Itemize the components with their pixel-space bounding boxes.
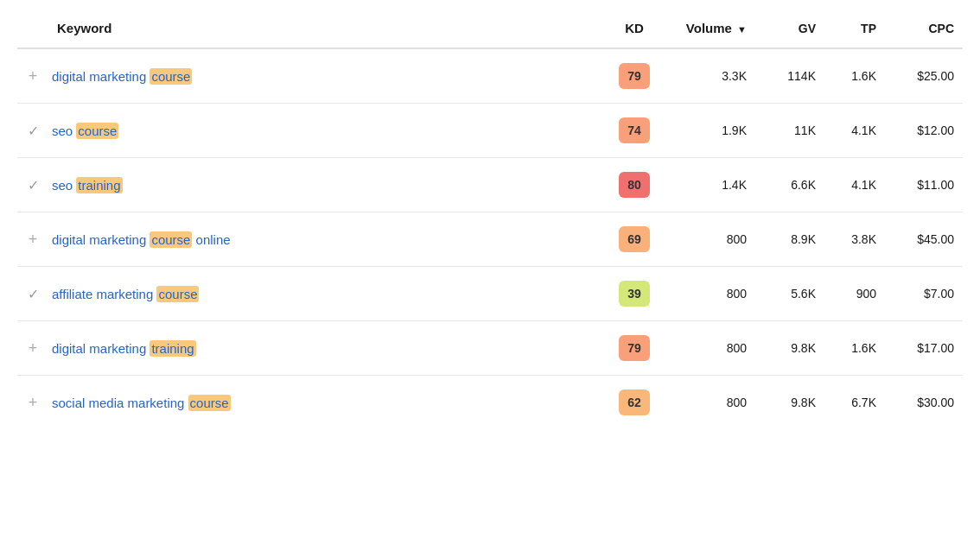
volume-cell: 800	[669, 212, 755, 267]
gv-cell: 9.8K	[755, 376, 824, 430]
col-header-keyword: Keyword	[48, 9, 600, 48]
table-row: +digital marketing course online698008.9…	[17, 212, 963, 267]
kd-badge: 39	[619, 281, 650, 307]
kd-cell: 79	[600, 48, 669, 104]
keyword-link[interactable]: digital marketing course online	[52, 231, 231, 248]
keyword-link[interactable]: digital marketing training	[52, 340, 196, 357]
gv-cell: 114K	[755, 48, 824, 104]
keyword-link[interactable]: seo course	[52, 123, 118, 139]
cpc-cell: $12.00	[885, 104, 963, 158]
table-row: ✓affiliate marketing course398005.6K900$…	[17, 267, 963, 321]
col-header-tp[interactable]: TP	[824, 9, 885, 48]
tp-cell: 1.6K	[824, 48, 885, 104]
volume-cell: 800	[669, 376, 755, 430]
gv-cell: 9.8K	[755, 321, 824, 376]
keyword-highlight: course	[156, 286, 199, 302]
col-header-cpc[interactable]: CPC	[885, 9, 963, 48]
plus-icon-cell[interactable]: +	[17, 48, 48, 104]
plus-icon: +	[29, 231, 38, 248]
kd-cell: 69	[600, 212, 669, 267]
cpc-cell: $30.00	[885, 376, 963, 430]
kd-badge: 79	[619, 63, 650, 89]
cpc-cell: $7.00	[885, 267, 963, 321]
gv-cell: 6.6K	[755, 158, 824, 212]
tp-cell: 6.7K	[824, 376, 885, 430]
keyword-cell: social media marketing course	[48, 376, 600, 430]
kd-badge: 74	[619, 117, 650, 143]
keyword-cell: digital marketing training	[48, 321, 600, 376]
kd-badge: 79	[619, 335, 650, 361]
keyword-link[interactable]: digital marketing course	[52, 68, 192, 85]
kd-cell: 74	[600, 104, 669, 158]
keyword-cell: digital marketing course	[48, 48, 600, 104]
sort-desc-icon: ▼	[737, 24, 747, 35]
volume-cell: 1.9K	[669, 104, 755, 158]
keyword-table-container: Keyword KD Volume ▼ GV TP CPC +digital m…	[0, 0, 980, 438]
plus-icon-cell[interactable]: +	[17, 321, 48, 376]
check-icon: ✓	[28, 287, 39, 301]
kd-badge: 69	[619, 226, 650, 252]
col-header-kd[interactable]: KD	[600, 9, 669, 48]
cpc-cell: $25.00	[885, 48, 963, 104]
keyword-table: Keyword KD Volume ▼ GV TP CPC +digital m…	[17, 9, 963, 429]
volume-cell: 3.3K	[669, 48, 755, 104]
cpc-cell: $17.00	[885, 321, 963, 376]
keyword-highlight: course	[150, 68, 192, 85]
table-row: ✓seo course741.9K11K4.1K$12.00	[17, 104, 963, 158]
keyword-highlight: training	[76, 177, 122, 193]
tp-cell: 3.8K	[824, 212, 885, 267]
keyword-highlight: course	[76, 123, 118, 139]
plus-icon-cell[interactable]: +	[17, 212, 48, 267]
gv-cell: 8.9K	[755, 212, 824, 267]
keyword-highlight: course	[150, 231, 192, 248]
table-row: +digital marketing training798009.8K1.6K…	[17, 321, 963, 376]
table-row: ✓seo training801.4K6.6K4.1K$11.00	[17, 158, 963, 212]
plus-icon: +	[29, 339, 38, 357]
kd-cell: 79	[600, 321, 669, 376]
keyword-cell: affiliate marketing course	[48, 267, 600, 321]
keyword-cell: digital marketing course online	[48, 212, 600, 267]
keyword-cell: seo course	[48, 104, 600, 158]
cpc-cell: $11.00	[885, 158, 963, 212]
plus-icon: +	[29, 394, 38, 411]
check-icon: ✓	[28, 178, 39, 193]
tp-cell: 900	[824, 267, 885, 321]
keyword-highlight: course	[188, 395, 231, 411]
gv-cell: 11K	[755, 104, 824, 158]
table-header-row: Keyword KD Volume ▼ GV TP CPC	[17, 9, 963, 48]
check-icon-cell[interactable]: ✓	[17, 158, 48, 212]
gv-cell: 5.6K	[755, 267, 824, 321]
check-icon-cell[interactable]: ✓	[17, 267, 48, 321]
keyword-cell: seo training	[48, 158, 600, 212]
tp-cell: 1.6K	[824, 321, 885, 376]
kd-cell: 62	[600, 376, 669, 430]
kd-badge: 62	[619, 390, 650, 415]
volume-cell: 800	[669, 267, 755, 321]
col-header-icon	[17, 9, 48, 48]
keyword-link[interactable]: seo training	[52, 177, 123, 193]
check-icon: ✓	[28, 124, 39, 138]
plus-icon: +	[29, 67, 38, 85]
col-header-volume[interactable]: Volume ▼	[669, 9, 755, 48]
tp-cell: 4.1K	[824, 104, 885, 158]
kd-badge: 80	[619, 172, 650, 198]
tp-cell: 4.1K	[824, 158, 885, 212]
check-icon-cell[interactable]: ✓	[17, 104, 48, 158]
col-header-gv[interactable]: GV	[755, 9, 824, 48]
keyword-link[interactable]: social media marketing course	[52, 395, 231, 411]
volume-cell: 1.4K	[669, 158, 755, 212]
keyword-link[interactable]: affiliate marketing course	[52, 286, 199, 302]
plus-icon-cell[interactable]: +	[17, 376, 48, 430]
table-row: +digital marketing course793.3K114K1.6K$…	[17, 48, 963, 104]
keyword-highlight: training	[150, 340, 195, 357]
cpc-cell: $45.00	[885, 212, 963, 267]
table-row: +social media marketing course628009.8K6…	[17, 376, 963, 430]
volume-cell: 800	[669, 321, 755, 376]
kd-cell: 80	[600, 158, 669, 212]
kd-cell: 39	[600, 267, 669, 321]
